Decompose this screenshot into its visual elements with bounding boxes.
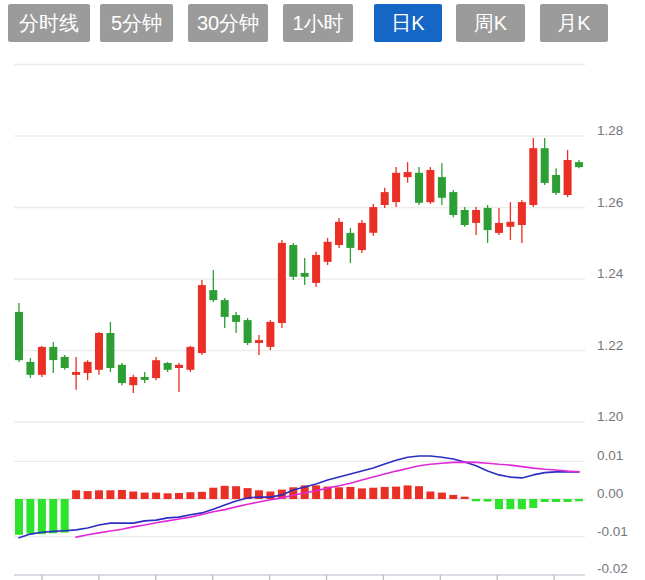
tab-1hour[interactable]: 1小时 xyxy=(283,4,353,42)
candle-body xyxy=(95,333,103,370)
macd-bar xyxy=(552,499,560,502)
macd-bar xyxy=(461,497,469,499)
candle-body xyxy=(324,242,332,262)
svg-text:1.26: 1.26 xyxy=(597,195,623,210)
svg-text:1.20: 1.20 xyxy=(597,409,623,424)
tab-daily[interactable]: 日K xyxy=(374,4,442,42)
macd-bar xyxy=(426,492,434,500)
candle-body xyxy=(518,202,526,225)
macd-bar xyxy=(404,485,412,499)
candle-body xyxy=(506,222,514,227)
svg-text:-0.02: -0.02 xyxy=(597,561,628,576)
tab-timeline[interactable]: 分时线 xyxy=(8,4,90,42)
macd-bar xyxy=(484,499,492,502)
macd-bar xyxy=(129,492,137,500)
candle-body xyxy=(221,300,229,317)
macd-bar xyxy=(209,488,217,499)
candles-group[interactable] xyxy=(15,138,583,393)
candle-body xyxy=(175,365,183,368)
tab-weekly[interactable]: 周K xyxy=(456,4,525,42)
candle-body xyxy=(312,255,320,283)
candle-body xyxy=(358,223,366,250)
candle-body xyxy=(164,363,172,370)
macd-bar xyxy=(312,485,320,499)
candle-body xyxy=(15,312,23,360)
macd-bar xyxy=(118,490,126,499)
candle-body xyxy=(84,362,92,373)
macd-bar xyxy=(106,490,114,499)
kline-chart-window: 1.281.261.241.221.200.010.00-0.01-0.02 分… xyxy=(0,0,645,580)
macd-bar xyxy=(26,499,34,534)
macd-axis-labels: 0.010.00-0.01-0.02 xyxy=(597,448,628,576)
price-axis-labels: 1.281.261.241.221.20 xyxy=(597,123,624,424)
macd-bar xyxy=(415,486,423,499)
tab-5min[interactable]: 5分钟 xyxy=(100,4,173,42)
candle-body xyxy=(541,148,549,183)
candle-body xyxy=(404,172,412,177)
candle-body xyxy=(472,210,480,223)
candle-body xyxy=(186,347,194,370)
macd-bar xyxy=(198,492,206,499)
macd-bar xyxy=(175,493,183,499)
tab-monthly[interactable]: 月K xyxy=(540,4,608,42)
candle-body xyxy=(449,192,457,215)
macd-bar xyxy=(381,487,389,499)
interval-tabbar: 分时线 5分钟 30分钟 1小时 日K 周K 月K xyxy=(0,0,645,46)
macd-bar xyxy=(518,499,526,509)
candle-body xyxy=(484,208,492,230)
candle-body xyxy=(38,347,46,375)
svg-text:1.28: 1.28 xyxy=(597,123,623,138)
macd-bar xyxy=(575,499,583,501)
macd-bar xyxy=(472,499,480,501)
candle-body xyxy=(129,377,137,385)
svg-text:-0.01: -0.01 xyxy=(597,524,628,539)
candle-body xyxy=(152,360,160,378)
macd-bar xyxy=(186,492,194,499)
candle-body xyxy=(529,148,537,205)
candle-body xyxy=(255,340,263,343)
macd-bar xyxy=(72,490,80,499)
macd-bar xyxy=(369,488,377,499)
macd-bar xyxy=(392,487,400,499)
candle-body xyxy=(495,223,503,233)
macd-bar xyxy=(38,499,46,534)
candle-body xyxy=(244,320,252,343)
macd-bar xyxy=(164,493,172,499)
macd-bar xyxy=(529,499,537,508)
candle-body xyxy=(392,173,400,202)
candle-body xyxy=(335,222,343,245)
candle-body xyxy=(301,273,309,277)
macd-bar xyxy=(95,490,103,499)
x-axis xyxy=(14,575,585,580)
macd-bar xyxy=(358,488,366,499)
candle-body xyxy=(198,285,206,353)
candle-body xyxy=(61,357,69,368)
macd-bar xyxy=(15,499,23,535)
chart-svg[interactable]: 1.281.261.241.221.200.010.00-0.01-0.02 xyxy=(0,0,645,580)
candle-body xyxy=(426,170,434,202)
candle-body xyxy=(106,333,114,368)
macd-bar xyxy=(221,486,229,499)
macd-bar xyxy=(495,499,503,509)
macd-bar xyxy=(346,487,354,499)
candle-body xyxy=(49,347,57,360)
candle-body xyxy=(415,173,423,203)
candle-body xyxy=(72,372,80,375)
candle-body xyxy=(381,192,389,205)
candle-body xyxy=(552,175,560,193)
svg-text:0.00: 0.00 xyxy=(597,486,623,501)
svg-text:1.22: 1.22 xyxy=(597,338,623,353)
macd-bar xyxy=(335,487,343,499)
macd-bar xyxy=(61,499,69,533)
candle-body xyxy=(209,290,217,300)
candle-body xyxy=(141,377,149,380)
macd-bar xyxy=(141,493,149,499)
candle-body xyxy=(232,315,240,322)
tab-30min[interactable]: 30分钟 xyxy=(188,4,268,42)
svg-text:1.24: 1.24 xyxy=(597,266,624,281)
candle-body xyxy=(564,160,572,195)
candle-body xyxy=(26,362,34,375)
macd-bar xyxy=(152,493,160,499)
candle-body xyxy=(278,243,286,323)
candle-body xyxy=(346,233,354,248)
